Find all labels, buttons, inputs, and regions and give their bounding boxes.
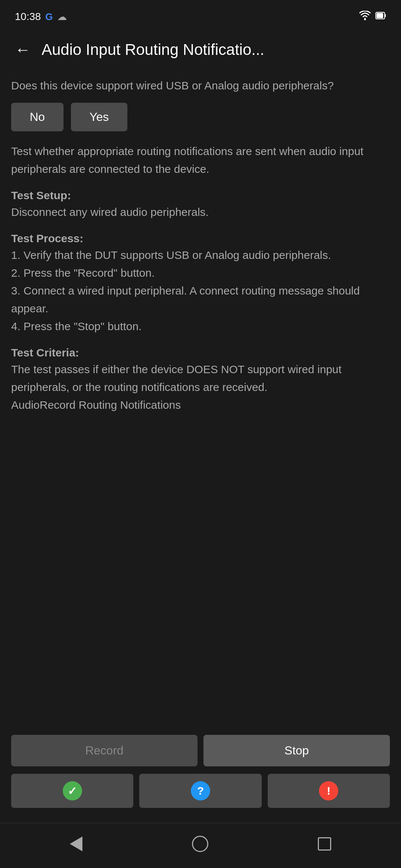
question-button[interactable]: ?: [139, 774, 261, 808]
nav-recent-icon: [318, 837, 331, 851]
status-bar: 10:38 G ☁: [0, 0, 401, 30]
cloud-icon: ☁: [57, 11, 67, 23]
svg-rect-2: [385, 14, 386, 17]
test-process-steps: 1. Verify that the DUT supports USB or A…: [11, 246, 390, 335]
result-buttons: ✓ ? !: [11, 774, 390, 808]
test-setup-label: Test Setup:: [11, 189, 390, 202]
page-title: Audio Input Routing Notificatio...: [42, 41, 390, 59]
fail-button[interactable]: !: [268, 774, 390, 808]
nav-home-button[interactable]: [181, 832, 219, 859]
nav-back-button[interactable]: [59, 833, 94, 858]
yes-no-buttons: No Yes: [11, 103, 390, 131]
nav-recent-button[interactable]: [307, 834, 342, 858]
action-buttons: Record Stop: [11, 735, 390, 766]
status-right: [359, 11, 386, 23]
page-header: ← Audio Input Routing Notificatio...: [0, 30, 401, 70]
back-button[interactable]: ←: [11, 37, 34, 62]
test-criteria-label: Test Criteria:: [11, 346, 390, 359]
description-text: Test whether appropriate routing notific…: [11, 142, 390, 178]
wifi-icon: [359, 11, 371, 23]
nav-back-icon: [70, 836, 82, 851]
record-button[interactable]: Record: [11, 735, 198, 766]
main-content: Does this device support wired USB or An…: [0, 70, 401, 727]
question-text: Does this device support wired USB or An…: [11, 77, 390, 94]
no-button[interactable]: No: [11, 103, 63, 131]
fail-icon: !: [319, 781, 338, 800]
status-left: 10:38 G ☁: [15, 11, 67, 23]
test-criteria-text: The test passes if either the device DOE…: [11, 361, 390, 396]
stop-button[interactable]: Stop: [203, 735, 390, 766]
step-4: 4. Press the "Stop" button.: [11, 318, 390, 335]
step-3: 3. Connect a wired input peripheral. A c…: [11, 282, 390, 318]
time-display: 10:38: [15, 11, 41, 23]
bottom-section: Record Stop ✓ ? !: [0, 727, 401, 823]
svg-rect-3: [376, 13, 383, 18]
pass-button[interactable]: ✓: [11, 774, 133, 808]
step-2: 2. Press the "Record" button.: [11, 264, 390, 282]
pass-icon: ✓: [63, 781, 82, 800]
step-1: 1. Verify that the DUT supports USB or A…: [11, 246, 390, 264]
nav-bar: [0, 823, 401, 868]
test-criteria-content: The test passes if either the device DOE…: [11, 361, 390, 414]
google-icon: G: [45, 11, 53, 23]
nav-home-icon: [192, 836, 208, 852]
yes-button[interactable]: Yes: [71, 103, 127, 131]
test-process-label: Test Process:: [11, 232, 390, 245]
test-setup-text: Disconnect any wired audio peripherals.: [11, 203, 390, 221]
svg-point-0: [364, 18, 366, 20]
battery-icon: [375, 11, 386, 23]
test-criteria-footer: AudioRecord Routing Notifications: [11, 396, 390, 414]
question-icon: ?: [191, 781, 210, 800]
